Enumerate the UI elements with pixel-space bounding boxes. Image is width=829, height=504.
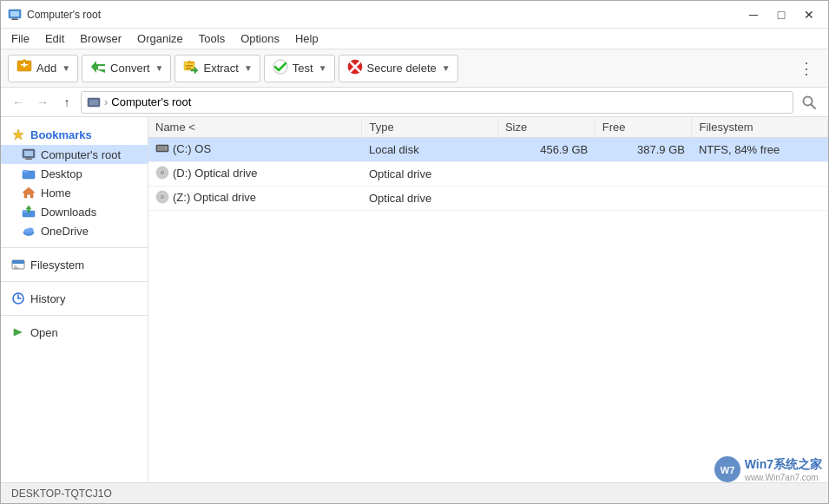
svg-rect-25 bbox=[24, 151, 33, 156]
table-row[interactable]: (C:) OSLocal disk456.9 GB387.9 GBNTFS, 8… bbox=[148, 138, 828, 162]
bookmarks-header[interactable]: Bookmarks bbox=[1, 124, 148, 145]
menu-bar: FileEditBrowserOrganizeToolsOptionsHelp bbox=[1, 29, 828, 49]
add-icon bbox=[16, 57, 33, 79]
menu-item-tools[interactable]: Tools bbox=[192, 30, 232, 47]
convert-dropdown-icon[interactable]: ▼ bbox=[154, 63, 164, 73]
sidebar-item-filesystem[interactable]: Filesystem bbox=[1, 255, 148, 274]
svg-rect-38 bbox=[12, 260, 24, 264]
maximize-button[interactable]: □ bbox=[769, 6, 793, 23]
cell-free bbox=[595, 162, 692, 187]
col-header-fs[interactable]: Filesystem bbox=[692, 117, 828, 138]
delete-icon bbox=[346, 58, 364, 78]
cell-type: Optical drive bbox=[362, 162, 498, 187]
svg-rect-32 bbox=[23, 210, 28, 213]
window-title: Computer's root bbox=[27, 9, 101, 21]
back-button[interactable]: ← bbox=[8, 92, 29, 113]
menu-item-help[interactable]: Help bbox=[288, 30, 326, 47]
cloud-icon bbox=[22, 224, 36, 238]
file-content: Name < Type Size Free Filesystem bbox=[148, 117, 828, 482]
bookmarks-section: Bookmarks Computer's root Desktop bbox=[1, 124, 148, 240]
history-icon bbox=[11, 291, 25, 305]
test-label: Test bbox=[293, 62, 313, 75]
svg-rect-1 bbox=[10, 11, 19, 16]
svg-rect-12 bbox=[186, 65, 193, 67]
sidebar-item-onedrive[interactable]: OneDrive bbox=[1, 221, 148, 240]
menu-item-options[interactable]: Options bbox=[234, 30, 286, 47]
app-icon bbox=[8, 8, 22, 22]
delete-label: Secure delete bbox=[367, 62, 437, 75]
svg-line-22 bbox=[812, 104, 816, 108]
sidebar-item-history[interactable]: History bbox=[1, 289, 148, 308]
sidebar-item-label-onedrive: OneDrive bbox=[41, 225, 89, 238]
table-row[interactable]: (D:) Optical driveOptical drive bbox=[148, 162, 828, 187]
up-button[interactable]: ↑ bbox=[56, 92, 77, 113]
cell-name: (C:) OS bbox=[148, 138, 362, 162]
table-row[interactable]: (Z:) Optical driveOptical drive bbox=[148, 187, 828, 211]
sidebar-item-label-downloads: Downloads bbox=[41, 206, 96, 219]
col-header-type[interactable]: Type bbox=[362, 117, 498, 138]
svg-point-47 bbox=[165, 147, 168, 150]
close-button[interactable]: ✕ bbox=[797, 6, 821, 23]
watermark-text: Win7系统之家 bbox=[745, 457, 822, 473]
test-dropdown-icon[interactable]: ▼ bbox=[317, 63, 327, 73]
test-button[interactable]: Test ▼ bbox=[264, 55, 335, 82]
address-bar: ← → ↑ › Computer's root bbox=[1, 88, 828, 117]
col-header-name[interactable]: Name < bbox=[148, 117, 362, 138]
extract-dropdown-icon[interactable]: ▼ bbox=[242, 63, 253, 73]
convert-button[interactable]: Convert ▼ bbox=[82, 55, 171, 82]
breadcrumb-separator: › bbox=[104, 95, 108, 108]
cell-fs bbox=[692, 162, 828, 187]
cell-fs bbox=[692, 187, 828, 211]
home-icon bbox=[22, 186, 36, 200]
sidebar: Bookmarks Computer's root Desktop bbox=[1, 117, 148, 482]
breadcrumb-path: Computer's root bbox=[111, 95, 191, 108]
folder-icon bbox=[22, 167, 36, 180]
add-button[interactable]: Add ▼ bbox=[8, 55, 78, 82]
bookmarks-label: Bookmarks bbox=[30, 128, 92, 141]
svg-text:W7: W7 bbox=[720, 465, 734, 475]
sidebar-item-open[interactable]: Open bbox=[1, 323, 148, 342]
file-table: Name < Type Size Free Filesystem bbox=[148, 117, 828, 211]
svg-point-51 bbox=[161, 172, 163, 173]
test-icon bbox=[272, 58, 289, 78]
cell-type: Local disk bbox=[362, 138, 498, 162]
delete-button[interactable]: Secure delete ▼ bbox=[339, 55, 458, 82]
col-header-size[interactable]: Size bbox=[497, 117, 595, 138]
drive-icon bbox=[87, 95, 101, 109]
svg-rect-29 bbox=[23, 170, 28, 173]
add-dropdown-icon[interactable]: ▼ bbox=[60, 63, 70, 73]
menu-item-file[interactable]: File bbox=[4, 30, 36, 47]
status-text: DESKTOP-TQTCJ1O bbox=[11, 488, 112, 500]
watermark: W7 Win7系统之家 www.Win7an7.com bbox=[714, 455, 822, 483]
sidebar-item-computer-root[interactable]: Computer's root bbox=[1, 145, 148, 164]
convert-icon bbox=[89, 58, 107, 78]
title-left: Computer's root bbox=[8, 8, 101, 22]
cell-size bbox=[497, 162, 595, 187]
cell-size: 456.9 GB bbox=[497, 138, 595, 162]
extract-icon bbox=[182, 58, 200, 78]
status-bar: DESKTOP-TQTCJ1O W7 Win7系统之家 www.Win7an7.… bbox=[1, 482, 828, 503]
forward-button[interactable]: → bbox=[32, 92, 53, 113]
add-label: Add bbox=[36, 62, 56, 75]
col-header-free[interactable]: Free bbox=[595, 117, 692, 138]
menu-item-organize[interactable]: Organize bbox=[130, 30, 190, 47]
svg-marker-23 bbox=[13, 129, 23, 140]
minimize-button[interactable]: ─ bbox=[741, 6, 766, 23]
delete-dropdown-icon[interactable]: ▼ bbox=[440, 63, 451, 73]
more-options-icon[interactable]: ⋮ bbox=[792, 56, 821, 82]
history-section: History bbox=[1, 289, 148, 308]
sidebar-item-home[interactable]: Home bbox=[1, 183, 148, 202]
svg-point-55 bbox=[161, 196, 163, 198]
sidebar-item-downloads[interactable]: Downloads bbox=[1, 202, 148, 221]
sidebar-item-label-home: Home bbox=[41, 187, 71, 200]
search-button[interactable] bbox=[797, 90, 821, 115]
svg-rect-48 bbox=[158, 148, 163, 149]
convert-label: Convert bbox=[110, 62, 150, 75]
sidebar-item-desktop[interactable]: Desktop bbox=[1, 164, 148, 183]
toolbar: Add ▼ Convert ▼ Extract ▼ bbox=[1, 49, 828, 88]
file-table-body: (C:) OSLocal disk456.9 GB387.9 GBNTFS, 8… bbox=[148, 138, 828, 211]
extract-button[interactable]: Extract ▼ bbox=[174, 55, 260, 82]
menu-item-edit[interactable]: Edit bbox=[38, 30, 71, 47]
svg-point-36 bbox=[28, 228, 34, 233]
menu-item-browser[interactable]: Browser bbox=[73, 30, 128, 47]
